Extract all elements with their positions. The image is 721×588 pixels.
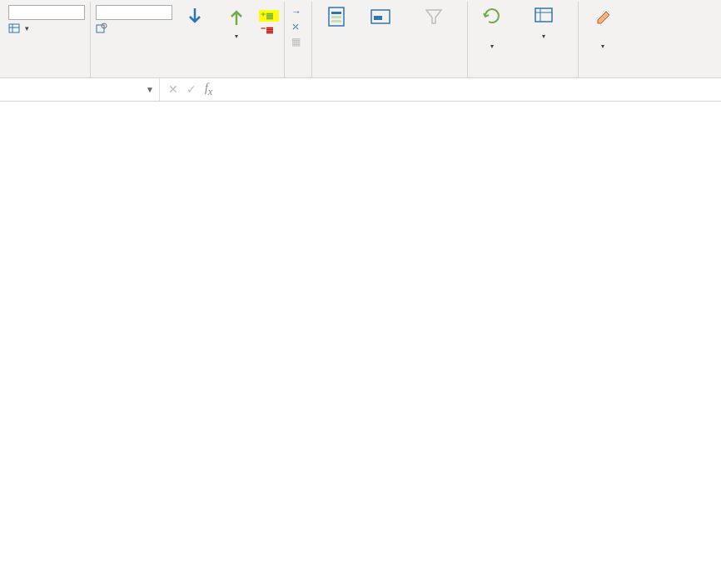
drill-up-icon xyxy=(225,5,248,28)
collapse-field-button[interactable]: ⁻≣ xyxy=(259,23,279,37)
svg-rect-10 xyxy=(374,16,382,20)
ungroup-button[interactable]: ⤫ xyxy=(290,20,306,33)
chevron-down-icon: ▼ xyxy=(146,85,154,94)
formula-bar: ▼ ✕ ✓ fx xyxy=(0,78,721,102)
insert-slicer-button[interactable] xyxy=(317,3,356,30)
pivottable-name-input[interactable] xyxy=(8,5,85,20)
group-group: → ⤫ ▦ xyxy=(285,2,312,77)
expand-icon: ⁺≣ xyxy=(261,10,274,22)
group-pivottable: ▾ xyxy=(3,2,91,77)
ribbon: ▾ ▾ xyxy=(0,0,721,78)
insert-timeline-button[interactable] xyxy=(359,3,402,30)
refresh-icon xyxy=(480,5,504,28)
group-filter xyxy=(312,2,468,77)
collapse-icon: ⁻≣ xyxy=(261,24,274,36)
ungroup-icon: ⤫ xyxy=(291,21,300,32)
chevron-down-icon: ▾ xyxy=(601,42,604,50)
refresh-button[interactable]: ▾ xyxy=(473,3,511,50)
chevron-down-icon: ▾ xyxy=(490,42,494,50)
drill-down-icon xyxy=(183,5,206,28)
field-settings-icon xyxy=(96,22,107,34)
slicer-icon xyxy=(325,5,348,28)
chevron-down-icon: ▾ xyxy=(542,32,545,40)
cancel-formula-icon[interactable]: ✕ xyxy=(168,82,178,96)
svg-rect-11 xyxy=(535,8,552,22)
clear-button[interactable]: ▾ xyxy=(584,3,622,50)
svg-rect-6 xyxy=(331,12,341,14)
timeline-icon xyxy=(369,5,392,28)
filter-icon xyxy=(422,5,445,28)
svg-rect-0 xyxy=(9,24,19,32)
group-selection-button[interactable]: → xyxy=(290,5,306,18)
eraser-icon xyxy=(591,5,614,28)
fx-icon[interactable]: fx xyxy=(205,82,212,97)
name-box[interactable]: ▼ xyxy=(0,78,160,101)
change-data-source-button[interactable]: ▾ xyxy=(515,3,573,40)
options-icon xyxy=(8,22,20,34)
options-button[interactable]: ▾ xyxy=(8,22,85,35)
field-settings-button[interactable] xyxy=(96,22,172,35)
data-source-icon xyxy=(532,5,555,28)
accept-formula-icon[interactable]: ✓ xyxy=(186,82,196,96)
drill-down-button[interactable] xyxy=(176,3,214,30)
group-field-icon: ▦ xyxy=(291,36,301,47)
group-field-button: ▦ xyxy=(290,35,306,48)
drill-up-button[interactable]: ▾ xyxy=(217,3,256,40)
group-data: ▾ ▾ xyxy=(468,2,579,77)
expand-field-button[interactable]: ⁺≣ xyxy=(259,10,279,22)
chevron-down-icon: ▾ xyxy=(25,24,29,32)
filter-connections-button xyxy=(405,3,462,30)
group-clear: ▾ xyxy=(579,2,627,77)
active-field-input[interactable] xyxy=(96,5,172,20)
group-selection-icon: → xyxy=(291,6,301,17)
group-active-field: ▾ ⁺≣ ⁻≣ xyxy=(91,2,285,77)
svg-rect-3 xyxy=(97,25,104,32)
svg-rect-7 xyxy=(331,16,341,18)
chevron-down-icon: ▾ xyxy=(235,32,238,40)
svg-rect-8 xyxy=(331,20,341,22)
